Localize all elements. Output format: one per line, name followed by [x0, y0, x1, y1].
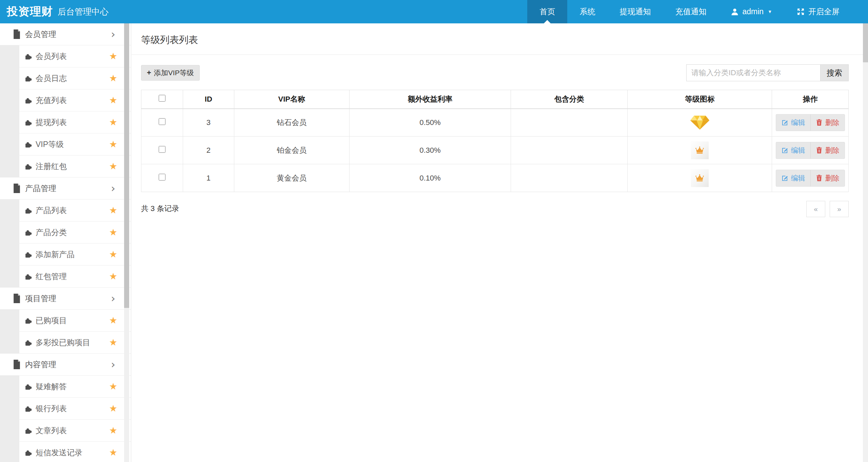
star-icon[interactable]: ★ [109, 249, 117, 260]
delete-button[interactable]: 删除 [811, 170, 845, 186]
sidebar-item-sms-log[interactable]: 短信发送记录 ★ [19, 442, 131, 462]
prev-page-button[interactable]: « [806, 201, 825, 217]
sidebar-group-content-mgmt[interactable]: 内容管理 › [0, 354, 131, 376]
puzzle-icon [24, 405, 32, 413]
puzzle-icon [24, 141, 32, 148]
sidebar-group-project-mgmt[interactable]: 项目管理 › [0, 288, 131, 310]
cell-actions: 编辑 删除 [772, 109, 849, 136]
cell-vip-name: 铂金会员 [234, 136, 349, 164]
fullscreen-toggle[interactable]: 开启全屏 [784, 0, 852, 23]
search-button[interactable]: 搜索 [821, 64, 849, 81]
cell-id: 1 [183, 164, 234, 192]
sidebar-scrollbar-thumb[interactable] [124, 23, 129, 308]
sidebar-item-label: 产品列表 [36, 205, 67, 216]
sidebar-item-label: 短信发送记录 [36, 447, 82, 458]
add-vip-level-button[interactable]: + 添加VIP等级 [141, 65, 200, 81]
page-scrollbar[interactable] [863, 23, 868, 462]
sidebar-item-redpacket-mgmt[interactable]: 红包管理 ★ [19, 266, 131, 288]
puzzle-icon [24, 449, 32, 457]
action-button-group: 编辑 删除 [776, 114, 845, 131]
sidebar-item-product-category[interactable]: 产品分类 ★ [19, 222, 131, 244]
delete-button[interactable]: 删除 [811, 142, 845, 159]
crown-icon [691, 142, 709, 159]
sidebar-item-recharge-list[interactable]: 充值列表 ★ [19, 89, 131, 111]
delete-button[interactable]: 删除 [811, 114, 845, 131]
puzzle-icon [24, 229, 32, 236]
select-all-checkbox[interactable] [159, 95, 165, 102]
sidebar-scrollbar[interactable] [124, 23, 129, 462]
page-header: 等级列表列表 [132, 23, 863, 55]
row-checkbox[interactable] [159, 118, 165, 125]
puzzle-icon [24, 383, 32, 391]
navbar-menu: 首页 系统 提现通知 充值通知 admin ▼ [527, 0, 852, 23]
sidebar-item-label: 银行列表 [36, 403, 67, 414]
star-icon[interactable]: ★ [109, 447, 117, 458]
cell-category [511, 136, 628, 164]
brand: 投资理财 后台管理中心 [0, 0, 108, 23]
nav-item-withdraw-notice[interactable]: 提现通知 [607, 0, 663, 23]
sidebar-item-member-list[interactable]: 会员列表 ★ [19, 45, 131, 67]
sidebar-item-bank-list[interactable]: 银行列表 ★ [19, 398, 131, 420]
search-input[interactable] [686, 64, 821, 81]
edit-button[interactable]: 编辑 [776, 170, 811, 186]
edit-label: 编辑 [791, 146, 805, 155]
sidebar-item-add-product[interactable]: 添加新产品 ★ [19, 244, 131, 266]
sidebar-item-label: 充值列表 [36, 95, 67, 106]
sidebar-item-register-redpacket[interactable]: 注册红包 ★ [19, 155, 131, 177]
star-icon[interactable]: ★ [109, 337, 117, 348]
sidebar-item-purchased-projects[interactable]: 已购项目 ★ [19, 310, 131, 332]
cell-level-icon [628, 136, 772, 164]
row-checkbox[interactable] [159, 146, 165, 153]
star-icon[interactable]: ★ [109, 271, 117, 282]
plus-icon: + [147, 68, 151, 77]
star-icon[interactable]: ★ [109, 205, 117, 216]
sidebar-item-withdraw-list[interactable]: 提现列表 ★ [19, 111, 131, 133]
sidebar-item-duocaitou-purchased[interactable]: 多彩投已购项目 ★ [19, 332, 131, 354]
file-icon [13, 294, 21, 303]
top-navbar: 投资理财 后台管理中心 首页 系统 提现通知 充值通知 admin ▼ [0, 0, 868, 23]
star-icon[interactable]: ★ [109, 73, 117, 84]
sidebar-item-faq[interactable]: 疑难解答 ★ [19, 376, 131, 398]
user-menu[interactable]: admin ▼ [718, 0, 784, 23]
star-icon[interactable]: ★ [109, 425, 117, 436]
edit-button[interactable]: 编辑 [776, 142, 811, 159]
star-icon[interactable]: ★ [109, 381, 117, 392]
sidebar-item-article-list[interactable]: 文章列表 ★ [19, 420, 131, 442]
star-icon[interactable]: ★ [109, 315, 117, 326]
cell-rate: 0.30% [349, 136, 511, 164]
nav-item-system[interactable]: 系统 [567, 0, 607, 23]
sidebar-item-label: 提现列表 [36, 117, 67, 128]
sidebar-item-product-list[interactable]: 产品列表 ★ [19, 200, 131, 222]
edit-label: 编辑 [791, 118, 805, 127]
chevron-right-icon: › [111, 293, 115, 304]
star-icon[interactable]: ★ [109, 403, 117, 414]
star-icon[interactable]: ★ [109, 117, 117, 128]
puzzle-icon [24, 97, 32, 104]
sidebar-item-vip-level[interactable]: VIP等级 ★ [19, 133, 131, 155]
star-icon[interactable]: ★ [109, 95, 117, 106]
puzzle-icon [24, 251, 32, 258]
edit-button[interactable]: 编辑 [776, 114, 811, 131]
sidebar-item-member-log[interactable]: 会员日志 ★ [19, 67, 131, 89]
search-group: 搜索 [686, 64, 849, 81]
star-icon[interactable]: ★ [109, 51, 117, 62]
nav-item-recharge-notice[interactable]: 充值通知 [663, 0, 718, 23]
page-scrollbar-thumb[interactable] [863, 23, 868, 62]
row-checkbox[interactable] [159, 174, 165, 181]
sidebar-group-member-mgmt[interactable]: 会员管理 › [0, 23, 131, 45]
sidebar-group-product-mgmt[interactable]: 产品管理 › [0, 177, 131, 200]
sidebar-item-label: 会员日志 [36, 73, 67, 84]
star-icon[interactable]: ★ [109, 161, 117, 172]
add-button-label: 添加VIP等级 [154, 68, 194, 78]
brand-title: 投资理财 [7, 4, 53, 19]
star-icon[interactable]: ★ [109, 227, 117, 238]
edit-icon [781, 174, 788, 182]
star-icon[interactable]: ★ [109, 139, 117, 150]
sidebar-item-label: 产品分类 [36, 227, 67, 238]
delete-label: 删除 [825, 173, 840, 183]
sidebar-item-label: 已购项目 [36, 315, 67, 326]
next-page-button[interactable]: » [830, 201, 849, 217]
brand-subtitle: 后台管理中心 [58, 6, 108, 17]
nav-item-home[interactable]: 首页 [527, 0, 567, 23]
sidebar-item-label: 文章列表 [36, 425, 67, 436]
